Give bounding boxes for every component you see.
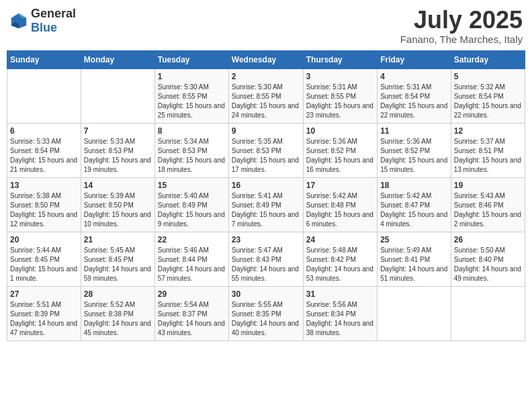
calendar-week-row: 20Sunrise: 5:44 AM Sunset: 8:45 PM Dayli… <box>7 232 525 286</box>
calendar-cell: 6Sunrise: 5:33 AM Sunset: 8:54 PM Daylig… <box>7 123 81 177</box>
day-info: Sunrise: 5:46 AM Sunset: 8:44 PM Dayligh… <box>158 246 226 283</box>
day-info: Sunrise: 5:40 AM Sunset: 8:49 PM Dayligh… <box>158 191 226 229</box>
logo: General Blue <box>9 7 76 35</box>
calendar-cell: 18Sunrise: 5:42 AM Sunset: 8:47 PM Dayli… <box>378 177 451 232</box>
day-info: Sunrise: 5:36 AM Sunset: 8:52 PM Dayligh… <box>306 137 374 175</box>
day-info: Sunrise: 5:38 AM Sunset: 8:50 PM Dayligh… <box>10 191 78 229</box>
day-number: 23 <box>232 235 300 244</box>
day-number: 27 <box>10 289 78 299</box>
day-info: Sunrise: 5:33 AM Sunset: 8:53 PM Dayligh… <box>84 137 152 175</box>
calendar-cell: 13Sunrise: 5:38 AM Sunset: 8:50 PM Dayli… <box>7 177 81 232</box>
day-number: 10 <box>306 126 374 136</box>
day-number: 4 <box>380 72 448 81</box>
day-info: Sunrise: 5:54 AM Sunset: 8:37 PM Dayligh… <box>158 300 226 338</box>
day-number: 16 <box>232 181 300 190</box>
day-number: 30 <box>232 289 300 299</box>
calendar-cell: 8Sunrise: 5:34 AM Sunset: 8:53 PM Daylig… <box>154 123 228 177</box>
weekday-header-row: Sunday Monday Tuesday Wednesday Thursday… <box>7 50 525 68</box>
day-number: 28 <box>84 289 152 299</box>
day-info: Sunrise: 5:32 AM Sunset: 8:54 PM Dayligh… <box>454 83 522 120</box>
day-info: Sunrise: 5:35 AM Sunset: 8:53 PM Dayligh… <box>232 137 300 175</box>
header-wednesday: Wednesday <box>228 50 303 68</box>
day-info: Sunrise: 5:55 AM Sunset: 8:35 PM Dayligh… <box>232 300 300 338</box>
day-info: Sunrise: 5:37 AM Sunset: 8:51 PM Dayligh… <box>454 137 522 175</box>
day-number: 12 <box>454 126 522 136</box>
calendar-week-row: 1Sunrise: 5:30 AM Sunset: 8:55 PM Daylig… <box>7 68 525 123</box>
month-title: July 2025 <box>400 7 523 34</box>
day-info: Sunrise: 5:30 AM Sunset: 8:55 PM Dayligh… <box>232 83 300 120</box>
calendar-cell: 7Sunrise: 5:33 AM Sunset: 8:53 PM Daylig… <box>81 123 154 177</box>
day-info: Sunrise: 5:48 AM Sunset: 8:42 PM Dayligh… <box>306 246 374 283</box>
day-info: Sunrise: 5:36 AM Sunset: 8:52 PM Dayligh… <box>380 137 448 175</box>
calendar-table: Sunday Monday Tuesday Wednesday Thursday… <box>7 50 525 341</box>
day-number: 13 <box>10 181 78 190</box>
calendar-cell <box>81 68 154 123</box>
calendar-cell: 31Sunrise: 5:56 AM Sunset: 8:34 PM Dayli… <box>303 286 377 340</box>
day-number: 1 <box>158 72 226 81</box>
day-info: Sunrise: 5:33 AM Sunset: 8:54 PM Dayligh… <box>10 137 78 175</box>
day-info: Sunrise: 5:39 AM Sunset: 8:50 PM Dayligh… <box>84 191 152 229</box>
calendar-cell: 23Sunrise: 5:47 AM Sunset: 8:43 PM Dayli… <box>228 232 303 286</box>
day-info: Sunrise: 5:31 AM Sunset: 8:55 PM Dayligh… <box>306 83 374 120</box>
day-number: 26 <box>454 235 522 244</box>
calendar-cell: 3Sunrise: 5:31 AM Sunset: 8:55 PM Daylig… <box>303 68 377 123</box>
day-info: Sunrise: 5:44 AM Sunset: 8:45 PM Dayligh… <box>10 246 78 283</box>
day-number: 25 <box>380 235 448 244</box>
calendar-cell: 15Sunrise: 5:40 AM Sunset: 8:49 PM Dayli… <box>154 177 228 232</box>
day-number: 11 <box>380 126 448 136</box>
day-number: 21 <box>84 235 152 244</box>
day-number: 14 <box>84 181 152 190</box>
calendar-cell: 1Sunrise: 5:30 AM Sunset: 8:55 PM Daylig… <box>154 68 228 123</box>
header-tuesday: Tuesday <box>154 50 228 68</box>
day-number: 3 <box>306 72 374 81</box>
calendar-cell: 30Sunrise: 5:55 AM Sunset: 8:35 PM Dayli… <box>228 286 303 340</box>
logo-text: General Blue <box>31 7 76 35</box>
day-info: Sunrise: 5:47 AM Sunset: 8:43 PM Dayligh… <box>232 246 300 283</box>
calendar-cell: 20Sunrise: 5:44 AM Sunset: 8:45 PM Dayli… <box>7 232 81 286</box>
calendar-cell: 4Sunrise: 5:31 AM Sunset: 8:54 PM Daylig… <box>378 68 451 123</box>
header-sunday: Sunday <box>7 50 81 68</box>
logo-icon <box>9 11 28 30</box>
day-number: 6 <box>10 126 78 136</box>
day-number: 15 <box>158 181 226 190</box>
calendar-cell: 12Sunrise: 5:37 AM Sunset: 8:51 PM Dayli… <box>451 123 525 177</box>
day-number: 29 <box>158 289 226 299</box>
day-info: Sunrise: 5:41 AM Sunset: 8:49 PM Dayligh… <box>232 191 300 229</box>
header-saturday: Saturday <box>451 50 525 68</box>
calendar-cell: 22Sunrise: 5:46 AM Sunset: 8:44 PM Dayli… <box>154 232 228 286</box>
header-monday: Monday <box>81 50 154 68</box>
day-info: Sunrise: 5:31 AM Sunset: 8:54 PM Dayligh… <box>380 83 448 120</box>
calendar-cell: 26Sunrise: 5:50 AM Sunset: 8:40 PM Dayli… <box>451 232 525 286</box>
day-info: Sunrise: 5:42 AM Sunset: 8:47 PM Dayligh… <box>380 191 448 229</box>
title-section: July 2025 Fanano, The Marches, Italy <box>400 7 523 45</box>
location-subtitle: Fanano, The Marches, Italy <box>400 34 523 45</box>
calendar-cell: 27Sunrise: 5:51 AM Sunset: 8:39 PM Dayli… <box>7 286 81 340</box>
calendar-cell: 25Sunrise: 5:49 AM Sunset: 8:41 PM Dayli… <box>378 232 451 286</box>
day-info: Sunrise: 5:30 AM Sunset: 8:55 PM Dayligh… <box>158 83 226 120</box>
calendar-cell: 28Sunrise: 5:52 AM Sunset: 8:38 PM Dayli… <box>81 286 154 340</box>
day-number: 31 <box>306 289 374 299</box>
calendar-cell: 19Sunrise: 5:43 AM Sunset: 8:46 PM Dayli… <box>451 177 525 232</box>
calendar-cell <box>451 286 525 340</box>
day-number: 8 <box>158 126 226 136</box>
page-header: General Blue July 2025 Fanano, The March… <box>7 7 525 45</box>
calendar-cell: 17Sunrise: 5:42 AM Sunset: 8:48 PM Dayli… <box>303 177 377 232</box>
calendar-week-row: 13Sunrise: 5:38 AM Sunset: 8:50 PM Dayli… <box>7 177 525 232</box>
day-number: 22 <box>158 235 226 244</box>
calendar-cell: 21Sunrise: 5:45 AM Sunset: 8:45 PM Dayli… <box>81 232 154 286</box>
calendar-cell: 9Sunrise: 5:35 AM Sunset: 8:53 PM Daylig… <box>228 123 303 177</box>
day-number: 7 <box>84 126 152 136</box>
day-info: Sunrise: 5:51 AM Sunset: 8:39 PM Dayligh… <box>10 300 78 338</box>
calendar-week-row: 27Sunrise: 5:51 AM Sunset: 8:39 PM Dayli… <box>7 286 525 340</box>
calendar-week-row: 6Sunrise: 5:33 AM Sunset: 8:54 PM Daylig… <box>7 123 525 177</box>
day-number: 20 <box>10 235 78 244</box>
calendar-cell: 10Sunrise: 5:36 AM Sunset: 8:52 PM Dayli… <box>303 123 377 177</box>
calendar-cell: 16Sunrise: 5:41 AM Sunset: 8:49 PM Dayli… <box>228 177 303 232</box>
calendar-cell: 5Sunrise: 5:32 AM Sunset: 8:54 PM Daylig… <box>451 68 525 123</box>
day-info: Sunrise: 5:52 AM Sunset: 8:38 PM Dayligh… <box>84 300 152 338</box>
calendar-cell <box>378 286 451 340</box>
calendar-cell: 24Sunrise: 5:48 AM Sunset: 8:42 PM Dayli… <box>303 232 377 286</box>
header-friday: Friday <box>378 50 451 68</box>
day-number: 19 <box>454 181 522 190</box>
day-info: Sunrise: 5:43 AM Sunset: 8:46 PM Dayligh… <box>454 191 522 229</box>
